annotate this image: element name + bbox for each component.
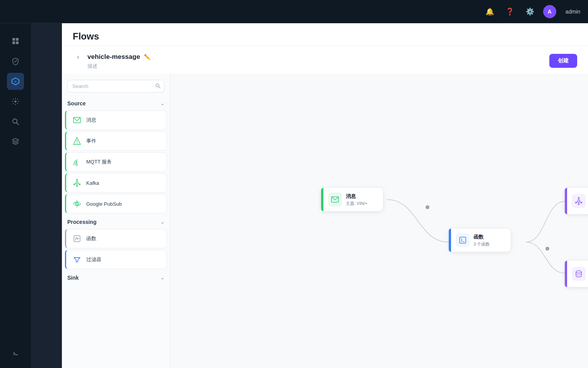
- node-bar-blue: [449, 229, 451, 252]
- svg-point-18: [77, 165, 78, 166]
- svg-line-44: [577, 202, 578, 203]
- svg-line-10: [17, 123, 19, 125]
- flow-name-row: ‹ vehicle-message ✏️: [73, 52, 150, 62]
- search-icon: [155, 83, 161, 89]
- source-section-header[interactable]: Source ⌄: [62, 96, 170, 110]
- settings-icon[interactable]: ⚙️: [523, 5, 537, 19]
- node-bar-green: [321, 188, 323, 211]
- svg-line-26: [75, 184, 76, 184]
- sidebar-item-dashboard[interactable]: [7, 33, 24, 50]
- source-item-mqtt[interactable]: MQTT 服务: [65, 152, 167, 172]
- create-button[interactable]: 创建: [549, 54, 577, 68]
- svg-point-23: [79, 184, 80, 185]
- node-kafka-icon: [572, 194, 586, 208]
- svg-point-20: [77, 179, 78, 181]
- sidebar-item-flows[interactable]: ≡: [7, 73, 24, 90]
- processing-section-header[interactable]: Processing ⌄: [62, 214, 170, 228]
- svg-point-39: [578, 204, 579, 205]
- node-message-text: 消息 主题: VIN/+: [346, 193, 368, 206]
- svg-text:≡: ≡: [14, 80, 16, 84]
- node-message-source[interactable]: 消息 主题: VIN/+: [321, 188, 383, 211]
- svg-point-12: [156, 84, 159, 87]
- source-title: Source: [67, 100, 85, 107]
- processing-item-function[interactable]: 函数: [65, 229, 167, 248]
- event-icon: [72, 136, 82, 146]
- main-content: Flows ‹ vehicle-message ✏️ 描述 创建: [62, 23, 588, 368]
- svg-point-19: [76, 182, 78, 184]
- page-title: Flows: [73, 31, 577, 42]
- source-event-label: 事件: [86, 138, 96, 144]
- node-message-icon: [328, 193, 342, 206]
- svg-point-37: [578, 200, 580, 202]
- node-function-proc[interactable]: 函数 3 个函数: [449, 229, 511, 252]
- flow-area: Source ⌄ 消息: [62, 74, 588, 368]
- svg-rect-5: [16, 41, 19, 44]
- message-icon: [72, 115, 82, 126]
- processing-function-label: 函数: [86, 235, 96, 242]
- svg-point-34: [545, 247, 549, 251]
- flow-description: 描述: [87, 63, 97, 69]
- search-box: [67, 80, 164, 93]
- svg-point-9: [13, 119, 17, 123]
- processing-filter-label: 过滤器: [86, 256, 101, 263]
- notification-icon[interactable]: 🔔: [483, 5, 497, 19]
- svg-line-45: [580, 202, 581, 203]
- processing-chevron-icon: ⌄: [161, 219, 164, 225]
- sink-chevron-icon: ⌄: [161, 275, 164, 280]
- source-message-label: 消息: [86, 117, 96, 124]
- svg-point-33: [426, 205, 429, 209]
- help-icon[interactable]: ❓: [503, 5, 517, 19]
- source-item-pubsub[interactable]: Google PubSub: [65, 194, 167, 213]
- function-icon: [72, 233, 82, 244]
- svg-rect-4: [12, 41, 15, 44]
- admin-name: admin: [566, 9, 580, 15]
- sink-title: Sink: [67, 275, 79, 281]
- svg-rect-2: [12, 38, 15, 41]
- processing-item-filter[interactable]: 过滤器: [65, 250, 167, 269]
- processing-title: Processing: [67, 219, 96, 225]
- sidebar-item-security[interactable]: [7, 53, 24, 70]
- component-panel: Source ⌄ 消息: [62, 74, 170, 368]
- flow-name: vehicle-message: [87, 53, 140, 61]
- source-kafka-label: Kafka: [86, 180, 99, 186]
- sidebar-item-config[interactable]: [7, 93, 24, 110]
- back-button[interactable]: ‹: [73, 52, 84, 62]
- source-chevron-icon: ⌄: [161, 101, 164, 106]
- svg-point-22: [74, 184, 75, 185]
- node-timescale-sink[interactable]: TimescaleDB 名称: vehicle-track: [565, 261, 588, 287]
- svg-point-38: [578, 198, 579, 199]
- source-item-event[interactable]: 事件: [65, 131, 167, 151]
- svg-rect-36: [460, 237, 466, 243]
- flow-header-left: ‹ vehicle-message ✏️ 描述: [73, 52, 150, 70]
- sidebar: ≡ ≡: [0, 0, 31, 368]
- edit-icon[interactable]: ✏️: [144, 54, 150, 60]
- source-item-kafka[interactable]: Kafka: [65, 173, 167, 193]
- node-timescale-icon: [572, 267, 586, 281]
- svg-rect-3: [16, 38, 19, 41]
- svg-point-8: [15, 101, 17, 103]
- node-function-icon: [456, 233, 470, 247]
- sidebar-item-terminal[interactable]: [7, 345, 24, 362]
- canvas-area[interactable]: 消息 主题: VIN/+ 函数 3 个函数: [170, 74, 588, 368]
- node-function-title: 函数: [473, 234, 490, 241]
- sidebar-item-search[interactable]: [7, 113, 24, 130]
- node-kafka-sink[interactable]: Kafka 名称: vehicle-data: [565, 188, 588, 214]
- source-mqtt-label: MQTT 服务: [86, 158, 112, 165]
- svg-point-41: [581, 202, 582, 203]
- source-item-message[interactable]: 消息: [65, 110, 167, 130]
- kafka-icon: [72, 177, 82, 188]
- svg-line-13: [159, 87, 161, 88]
- node-function-text: 函数 3 个函数: [473, 234, 490, 247]
- svg-point-46: [576, 271, 581, 273]
- filter-icon: [72, 254, 82, 265]
- svg-point-17: [77, 143, 77, 144]
- avatar[interactable]: A: [543, 5, 556, 18]
- mqtt-icon: [72, 156, 82, 167]
- header-right: 🔔 ❓ ⚙️ A admin: [483, 5, 580, 19]
- search-input[interactable]: [67, 80, 164, 93]
- flow-sub-header: ‹ vehicle-message ✏️ 描述 创建: [62, 46, 588, 74]
- sink-item-placeholder: [65, 285, 167, 292]
- sink-section-header[interactable]: Sink ⌄: [62, 270, 170, 284]
- node-function-sub: 3 个函数: [473, 241, 490, 247]
- sidebar-item-layers[interactable]: [7, 133, 24, 150]
